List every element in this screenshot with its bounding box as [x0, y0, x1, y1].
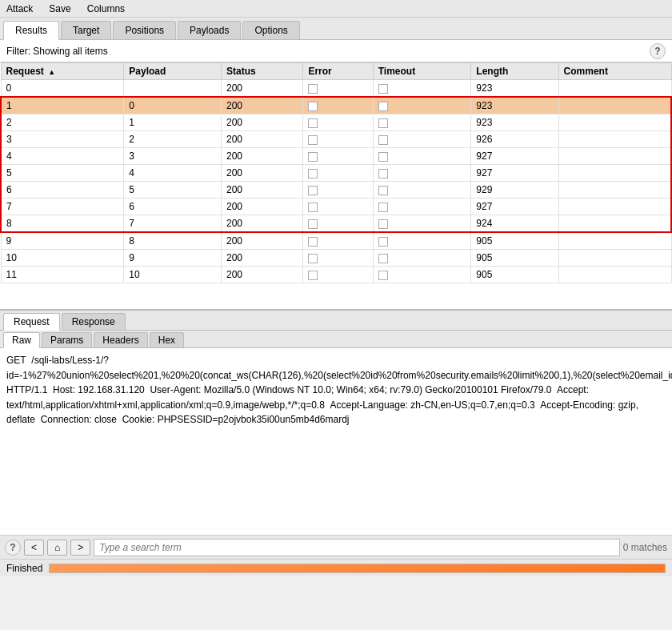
user-agent-header: User-Agent: Mozilla/5.0 (Windows NT 10.0… [150, 384, 551, 395]
timeout-checkbox[interactable] [378, 186, 388, 195]
tab-positions[interactable]: Positions [113, 21, 176, 39]
accept-language-header: Accept-Language: zh-CN,en-US;q=0.7,en;q=… [330, 399, 535, 411]
timeout-checkbox[interactable] [378, 102, 388, 111]
table-row[interactable]: 0200923 [1, 80, 671, 98]
table-row[interactable]: 43200927 [1, 148, 671, 165]
timeout-checkbox[interactable] [378, 135, 388, 145]
back-button[interactable]: < [24, 540, 44, 556]
table-row[interactable]: 98200905 [1, 232, 671, 250]
tab-options[interactable]: Options [242, 21, 299, 39]
bottom-help-icon[interactable]: ? [5, 540, 21, 556]
match-count: 0 matches [623, 542, 667, 553]
subtab-headers[interactable]: Headers [94, 332, 147, 347]
forward-button[interactable]: > [70, 540, 90, 556]
filter-text: Filter: Showing all items [6, 46, 108, 57]
request-content: GET /sqli-labs/Less-1/?id=-1%27%20union%… [0, 348, 672, 535]
sub-tabs: Raw Params Headers Hex [0, 331, 672, 348]
error-checkbox[interactable] [308, 271, 318, 280]
timeout-checkbox[interactable] [378, 152, 388, 162]
timeout-checkbox[interactable] [378, 271, 388, 280]
connection-header: Connection: close [41, 414, 117, 425]
timeout-checkbox[interactable] [378, 84, 388, 94]
error-checkbox[interactable] [308, 186, 318, 195]
cookie-header: Cookie: PHPSESSID=p2ojvbok35i00un5mb4d6m… [122, 414, 350, 425]
table-row[interactable]: 54200927 [1, 165, 671, 182]
table-row[interactable]: 109200905 [1, 250, 671, 267]
menu-save[interactable]: Save [46, 2, 74, 15]
col-payload[interactable]: Payload [124, 63, 222, 80]
col-timeout[interactable]: Timeout [373, 63, 471, 80]
error-checkbox[interactable] [308, 152, 318, 162]
http-method: GET [6, 355, 26, 366]
error-checkbox[interactable] [308, 84, 318, 94]
menubar: Attack Save Columns [0, 0, 672, 18]
search-input[interactable] [94, 539, 619, 556]
tab-target[interactable]: Target [61, 21, 111, 39]
col-comment[interactable]: Comment [558, 63, 671, 80]
status-bar: Finished [0, 559, 672, 576]
table-row[interactable]: 32200926 [1, 131, 671, 148]
menu-attack[interactable]: Attack [3, 2, 36, 15]
timeout-checkbox[interactable] [378, 118, 388, 128]
error-checkbox[interactable] [308, 135, 318, 145]
tab-response[interactable]: Response [62, 313, 126, 330]
error-checkbox[interactable] [308, 203, 318, 212]
table-row[interactable]: 10200923 [1, 97, 671, 114]
error-checkbox[interactable] [308, 102, 318, 111]
bottom-toolbar: ? < ⌂ > 0 matches [0, 535, 672, 559]
error-checkbox[interactable] [308, 219, 318, 229]
host-header: Host: 192.168.31.120 [53, 384, 145, 395]
results-area: Request ▲ Payload Status Error Timeout L… [0, 62, 672, 311]
table-row[interactable]: 65200929 [1, 182, 671, 199]
subtab-params[interactable]: Params [42, 332, 92, 347]
error-checkbox[interactable] [308, 237, 318, 247]
bottom-tabs: Request Response [0, 311, 672, 331]
filter-bar: Filter: Showing all items ? [0, 40, 672, 62]
table-row[interactable]: 1110200905 [1, 267, 671, 283]
timeout-checkbox[interactable] [378, 203, 388, 212]
col-request[interactable]: Request ▲ [1, 63, 124, 80]
col-error[interactable]: Error [303, 63, 373, 80]
timeout-checkbox[interactable] [378, 254, 388, 263]
subtab-raw[interactable]: Raw [3, 332, 40, 348]
status-text: Finished [6, 563, 42, 574]
table-row[interactable]: 76200927 [1, 199, 671, 215]
results-table: Request ▲ Payload Status Error Timeout L… [0, 62, 672, 283]
bottom-panel: Request Response Raw Params Headers Hex … [0, 311, 672, 559]
timeout-checkbox[interactable] [378, 237, 388, 247]
col-status[interactable]: Status [222, 63, 303, 80]
menu-columns[interactable]: Columns [84, 2, 128, 15]
tab-results[interactable]: Results [3, 21, 59, 40]
subtab-hex[interactable]: Hex [150, 332, 184, 347]
main-tabs: Results Target Positions Payloads Option… [0, 18, 672, 40]
error-checkbox[interactable] [308, 254, 318, 263]
timeout-checkbox[interactable] [378, 169, 388, 179]
col-length[interactable]: Length [471, 63, 558, 80]
progress-bar-fill [50, 564, 665, 572]
progress-bar [49, 564, 666, 573]
tab-payloads[interactable]: Payloads [178, 21, 241, 39]
table-row[interactable]: 21200923 [1, 114, 671, 131]
error-checkbox[interactable] [308, 169, 318, 179]
error-checkbox[interactable] [308, 118, 318, 128]
tab-request[interactable]: Request [3, 313, 60, 331]
table-row[interactable]: 87200924 [1, 215, 671, 233]
sort-arrow: ▲ [48, 68, 55, 76]
timeout-checkbox[interactable] [378, 219, 388, 229]
home-button[interactable]: ⌂ [47, 540, 67, 556]
help-icon[interactable]: ? [650, 43, 666, 59]
